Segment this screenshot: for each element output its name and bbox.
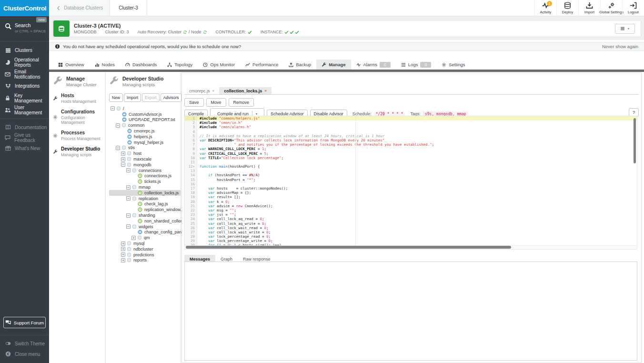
code-line-6[interactable]: 6var DESCRIPTION="This advisor collects … xyxy=(185,138,637,142)
sidebar-item-integrations[interactable]: Integrations xyxy=(0,80,49,92)
sidebar-item-documentation[interactable]: Documentation xyxy=(0,122,49,132)
tab-ops-monitor[interactable]: Ops Monitor xyxy=(198,60,240,70)
breadcrumb-current[interactable]: Cluster-3 xyxy=(110,0,147,16)
manage-nav-hosts[interactable]: HostsHosts Management xyxy=(53,93,105,104)
tree-item-helpers-js[interactable]: helpers.js xyxy=(109,134,181,140)
sidebar-item-email-notifications[interactable]: Email Notifications xyxy=(0,68,49,80)
sidebar-item-key-management[interactable]: Key Management xyxy=(0,92,49,104)
code-line-3[interactable]: 3#include "cmon/alarms.h" xyxy=(185,125,637,129)
tree-item-non-sharded-collections-js[interactable]: non_sharded_collections.js xyxy=(109,218,181,224)
breadcrumb-back[interactable]: Database Clusters xyxy=(49,0,110,16)
expand-toggle[interactable]: + xyxy=(121,247,125,251)
horizontal-scrollbar-thumb[interactable] xyxy=(186,246,511,249)
close-tab-icon[interactable]: × xyxy=(264,89,267,93)
sidebar-item-give-us-feedback[interactable]: Give us Feedback xyxy=(0,132,49,143)
advisors-button[interactable]: Advisors xyxy=(161,93,182,102)
fold-marker[interactable]: 12▾ xyxy=(185,164,197,169)
expand-toggle[interactable]: + xyxy=(131,236,136,240)
collapse-toggle[interactable]: − xyxy=(116,123,120,128)
tree-item-widgets[interactable]: −widgets xyxy=(109,224,181,230)
code-line-5[interactable]: 5// It is advised to have a replication … xyxy=(185,134,637,138)
topbar-action-import[interactable]: Import xyxy=(578,0,600,16)
manage-nav-processes[interactable]: ProcessesProcess Management xyxy=(53,130,105,141)
collapse-toggle[interactable]: − xyxy=(126,213,131,218)
code-line-14[interactable]: 14 if (hostAndPort == #N/A) xyxy=(185,173,637,177)
code-line-27[interactable]: 27 var coll_lock_wait_write = 0; xyxy=(185,230,637,234)
app-logo[interactable]: ClusterControl xyxy=(0,0,49,16)
tab-manage[interactable]: Manage xyxy=(316,60,351,70)
tree-item-change-config-param-js[interactable]: change_config_param.js xyxy=(109,230,181,235)
manage-nav-configurations[interactable]: ConfigurationsConfiguration Management xyxy=(53,109,105,125)
support-forum-button[interactable]: Support Forum xyxy=(3,317,46,328)
sidebar-item-what-s-new[interactable]: What's New xyxy=(0,143,49,153)
tree-item-collection-locks-js[interactable]: collection_locks.js xyxy=(109,190,181,196)
tree-item-[interactable]: −/ xyxy=(109,106,181,111)
collapse-toggle[interactable]: − xyxy=(126,196,131,201)
collapse-toggle[interactable]: − xyxy=(126,224,131,229)
tab-dashboards[interactable]: Dashboards xyxy=(120,60,162,70)
tree-item-connections[interactable]: −connections xyxy=(109,168,181,173)
tree-item-maxscale[interactable]: +maxscale xyxy=(109,156,181,162)
code-line-15[interactable]: 15 hostAndPort = "*"; xyxy=(185,178,637,182)
code-line-8[interactable]: 8var WARNING_COLL_LOCK_PERC = 1; xyxy=(185,147,637,151)
tree-item-mysql[interactable]: +mysql xyxy=(109,241,181,246)
topbar-action-global-settings[interactable]: Global Settings xyxy=(600,0,622,16)
tree-item-mysql-helper-js[interactable]: mysql_helper.js xyxy=(109,140,181,145)
sidebar-item-close-menu[interactable]: Close menu xyxy=(0,349,49,359)
expand-toggle[interactable]: + xyxy=(121,157,125,161)
code-line-1[interactable]: 1#include "common/helpers.js" xyxy=(185,116,637,121)
import-button[interactable]: Import xyxy=(124,93,141,102)
code-line-11[interactable]: 11 xyxy=(185,160,637,164)
expand-toggle[interactable]: + xyxy=(121,252,125,257)
tree-item-ndbcluster[interactable]: +ndbcluster xyxy=(109,246,181,252)
tab-overview[interactable]: Overview xyxy=(53,60,90,70)
code-line-22[interactable]: 22 var msg = ""; xyxy=(185,208,637,212)
collapse-toggle[interactable]: − xyxy=(126,168,131,172)
code-line-20[interactable]: 20 var k = 0; xyxy=(185,200,637,204)
tab-alarms[interactable]: Alarms0 xyxy=(351,60,396,70)
topbar-action-activity[interactable]: 1Activity xyxy=(534,0,556,16)
tree-item-mmap[interactable]: −mmap xyxy=(109,184,181,190)
tree-item-cmonrpc-js[interactable]: cmonrpc.js xyxy=(109,128,181,134)
collapse-toggle[interactable]: − xyxy=(116,146,120,150)
code-line-17[interactable]: 17 var hosts = cluster::mongoNodes(); xyxy=(185,186,637,191)
code-line-2[interactable]: 2#include "cmon/io.h" xyxy=(185,121,637,125)
tab-logs[interactable]: Logs0 xyxy=(396,60,436,70)
code-editor[interactable]: 1#include "common/helpers.js"2#include "… xyxy=(184,116,637,250)
tree-item-check-lag-js[interactable]: check_lag.js xyxy=(109,202,181,207)
tree-item-predictions[interactable]: +predictions xyxy=(109,252,181,258)
code-line-28[interactable]: 28 var lock_percentage_read = 0; xyxy=(185,234,637,239)
vertical-scrollbar-thumb[interactable] xyxy=(634,118,636,163)
expand-toggle[interactable]: + xyxy=(121,242,125,246)
tab-backup[interactable]: Backup xyxy=(283,60,316,70)
tree-item-sharding[interactable]: −sharding xyxy=(109,212,181,218)
code-line-18[interactable]: 18 var advisorMap = {}; xyxy=(185,191,637,195)
tab-performance[interactable]: Performance xyxy=(240,60,283,70)
tab-nodes[interactable]: Nodes xyxy=(90,60,120,70)
code-line-21[interactable]: 21 var advice = new CmonAdvice(); xyxy=(185,204,637,208)
close-tab-icon[interactable]: × xyxy=(212,89,215,93)
code-line-13[interactable]: 13 xyxy=(185,169,637,173)
tree-item-customadvisor-js[interactable]: CustomAdvisor.js xyxy=(109,111,181,117)
tree-item-common[interactable]: −common xyxy=(109,122,181,128)
tree-item-upgrade-report-txt[interactable]: UPGRADE_REPORT.txt xyxy=(109,117,181,123)
collapse-toggle[interactable]: − xyxy=(121,162,125,167)
code-line-23[interactable]: 23 var jst = ""; xyxy=(185,212,637,217)
sidebar-item-switch-theme[interactable]: Switch Theme xyxy=(0,338,49,349)
tab-topology[interactable]: Topology xyxy=(162,60,198,70)
expand-toggle[interactable]: + xyxy=(121,151,125,156)
collapse-toggle[interactable]: − xyxy=(126,185,131,190)
code-line-10[interactable]: 10var TITLE="Collection lock percentage"… xyxy=(185,156,637,160)
manage-nav-developer-studio[interactable]: Developer StudioManaging scripts xyxy=(53,146,105,157)
tree-item-replication[interactable]: −replication xyxy=(109,196,181,202)
code-line-19[interactable]: 19 var result= []; xyxy=(185,195,637,199)
tree-item-connections-js[interactable]: connections.js xyxy=(109,173,181,179)
tree-item-reports[interactable]: +reports xyxy=(109,258,181,263)
sidebar-item-clusters[interactable]: Clusters xyxy=(0,44,49,56)
code-line-16[interactable]: 16 xyxy=(185,182,637,186)
file-tab-collection-locks-js[interactable]: collection_locks.js× xyxy=(219,87,272,94)
new-button[interactable]: New xyxy=(109,93,123,102)
cluster-actions-dropdown[interactable] xyxy=(615,24,635,34)
tree-item-mongodb[interactable]: −mongodb xyxy=(109,162,181,168)
topbar-action-logout[interactable]: Logout xyxy=(622,0,644,16)
